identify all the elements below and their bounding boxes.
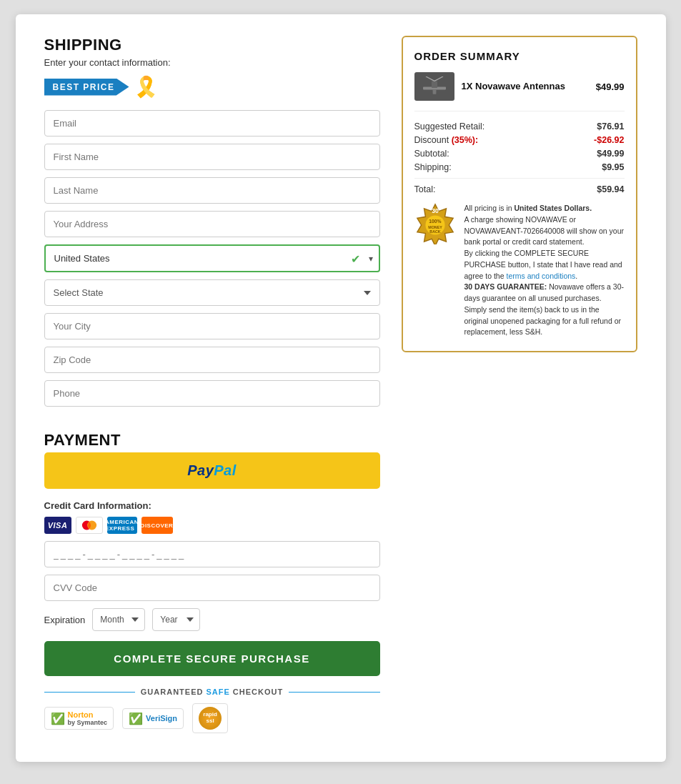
shipping-label: Shipping: xyxy=(414,162,452,172)
antenna-svg xyxy=(420,76,449,96)
product-image xyxy=(414,72,454,101)
svg-rect-3 xyxy=(432,81,437,88)
verisign-badge: ✅ VeriSign xyxy=(122,708,184,729)
paypal-label-blue: Pay xyxy=(187,462,214,478)
norton-badge: ✅ Norton by Symantec xyxy=(44,707,114,730)
order-summary-title: ORDER SUMMARY xyxy=(414,50,625,62)
guarantee-section: 100% MONEY BACK 30 All pricing is in Uni… xyxy=(414,203,625,338)
last-name-field[interactable] xyxy=(44,177,380,204)
svg-line-6 xyxy=(434,76,443,81)
subtotal-value: $49.99 xyxy=(597,149,624,159)
svg-rect-4 xyxy=(432,89,436,94)
guarantee-badge: 100% MONEY BACK 30 xyxy=(414,203,457,246)
shipping-row: Shipping: $9.95 xyxy=(414,162,625,172)
safe-word: SAFE xyxy=(206,688,229,696)
discount-value: -$26.92 xyxy=(594,135,624,145)
svg-text:100%: 100% xyxy=(429,219,441,224)
pricing-note: All pricing is in United States Dollars. xyxy=(464,203,625,214)
guaranteed-text: GUARANTEED SAFE CHECKOUT xyxy=(141,688,283,696)
address-field[interactable] xyxy=(44,211,380,237)
guarantee-title: 30 DAYS GUARANTEE: xyxy=(464,282,547,291)
complete-purchase-button[interactable]: COMPLETE SECURE PURCHASE xyxy=(44,641,380,676)
suggested-retail-value: $76.91 xyxy=(597,121,624,132)
paypal-button[interactable]: PayPal xyxy=(44,452,380,489)
ribbon-wrap: BEST PRICE 🎗️ xyxy=(44,75,380,99)
verisign-check-icon: ✅ xyxy=(129,712,143,725)
expiry-row: Expiration Month 01 02 03 04 05 06 07 08… xyxy=(44,608,380,631)
guarantee-paragraph: 30 DAYS GUARANTEE: Novawave offers a 30-… xyxy=(464,282,625,338)
agreement-note: By clicking the COMPLETE SECURE PURCHASE… xyxy=(464,248,625,282)
rapid-ssl-icon: rapidssl xyxy=(199,707,222,730)
paypal-label-light: Pal xyxy=(214,462,237,478)
product-name: 1X Novawave Antennas xyxy=(462,81,589,93)
country-field[interactable] xyxy=(44,244,380,272)
norton-check-icon: ✅ xyxy=(51,712,65,725)
svg-text:BACK: BACK xyxy=(429,229,440,234)
product-price: $49.99 xyxy=(596,81,625,92)
discount-label: Discount (35%): xyxy=(414,135,479,145)
mastercard-icon xyxy=(76,517,103,534)
safe-checkout-banner: GUARANTEED SAFE CHECKOUT xyxy=(44,688,380,696)
discover-icon: DISCOVER xyxy=(141,517,173,534)
card-number-field[interactable] xyxy=(44,541,380,567)
year-select[interactable]: Year 2024 2025 2026 2027 2028 2029 2030 xyxy=(152,608,200,631)
country-chevron-icon: ▾ xyxy=(369,254,373,264)
divider xyxy=(414,178,625,179)
total-row: Total: $59.94 xyxy=(414,184,625,194)
page-card: SHIPPING Enter your contact information:… xyxy=(16,14,666,762)
product-row: 1X Novawave Antennas $49.99 xyxy=(414,72,625,111)
country-field-wrap: ✔ ▾ xyxy=(44,244,380,272)
cc-label: Credit Card Information: xyxy=(44,500,380,511)
norton-text: Norton by Symantec xyxy=(68,710,108,726)
amex-icon: AMERICAN EXPRESS xyxy=(107,517,137,534)
visa-icon: VISA xyxy=(44,517,71,534)
first-name-field[interactable] xyxy=(44,144,380,170)
city-field[interactable] xyxy=(44,313,380,339)
best-price-ribbon: BEST PRICE xyxy=(44,79,129,96)
svg-line-5 xyxy=(426,76,434,81)
suggested-retail-row: Suggested Retail: $76.91 xyxy=(414,121,625,132)
expiry-label: Expiration xyxy=(44,615,86,625)
svg-text:30: 30 xyxy=(432,207,439,214)
safe-line-left xyxy=(44,692,135,693)
rapid-ssl-badge: rapidssl xyxy=(192,703,228,733)
charge-note: A charge showing NOVAWAVE or NOVAWAVEANT… xyxy=(464,214,625,248)
left-column: SHIPPING Enter your contact information:… xyxy=(44,36,380,733)
shipping-title: SHIPPING xyxy=(44,36,380,54)
safe-line-right xyxy=(289,692,379,693)
shipping-section: SHIPPING Enter your contact information:… xyxy=(44,36,380,414)
two-column-layout: SHIPPING Enter your contact information:… xyxy=(44,36,637,733)
total-value: $59.94 xyxy=(597,184,624,194)
order-summary-box: ORDER SUMMARY 1X Novawave Antennas xyxy=(402,36,637,352)
subtotal-label: Subtotal: xyxy=(414,149,449,159)
payment-section: PAYMENT PayPal Credit Card Information: … xyxy=(44,431,380,733)
email-field[interactable] xyxy=(44,110,380,137)
verisign-text: VeriSign xyxy=(146,714,177,723)
phone-field[interactable] xyxy=(44,380,380,407)
gold-badge-svg: 100% MONEY BACK 30 xyxy=(414,203,456,244)
cvv-field[interactable] xyxy=(44,575,380,601)
guarantee-text: All pricing is in United States Dollars.… xyxy=(464,203,625,338)
country-check-icon: ✔ xyxy=(351,252,360,265)
suggested-retail-label: Suggested Retail: xyxy=(414,121,485,132)
subtotal-row: Subtotal: $49.99 xyxy=(414,149,625,159)
right-column: ORDER SUMMARY 1X Novawave Antennas xyxy=(402,36,637,352)
shipping-value: $9.95 xyxy=(602,162,624,172)
terms-link[interactable]: terms and conditions xyxy=(506,272,575,280)
trust-badges: ✅ Norton by Symantec ✅ VeriSign rapidssl xyxy=(44,703,380,733)
state-select[interactable]: Select State Alabama Alaska Arizona Cali… xyxy=(44,279,380,306)
total-label: Total: xyxy=(414,184,436,194)
discount-row: Discount (35%): -$26.92 xyxy=(414,135,625,145)
zip-field[interactable] xyxy=(44,347,380,373)
discount-percent: (35%): xyxy=(452,135,479,145)
credit-card-icons: VISA AMERICAN EXPRESS DISCOVER xyxy=(44,517,380,534)
payment-title: PAYMENT xyxy=(44,431,380,450)
ribbon-icon: 🎗️ xyxy=(134,75,159,99)
month-select[interactable]: Month 01 02 03 04 05 06 07 08 09 10 11 1… xyxy=(92,608,145,631)
shipping-subtitle: Enter your contact information: xyxy=(44,57,380,68)
